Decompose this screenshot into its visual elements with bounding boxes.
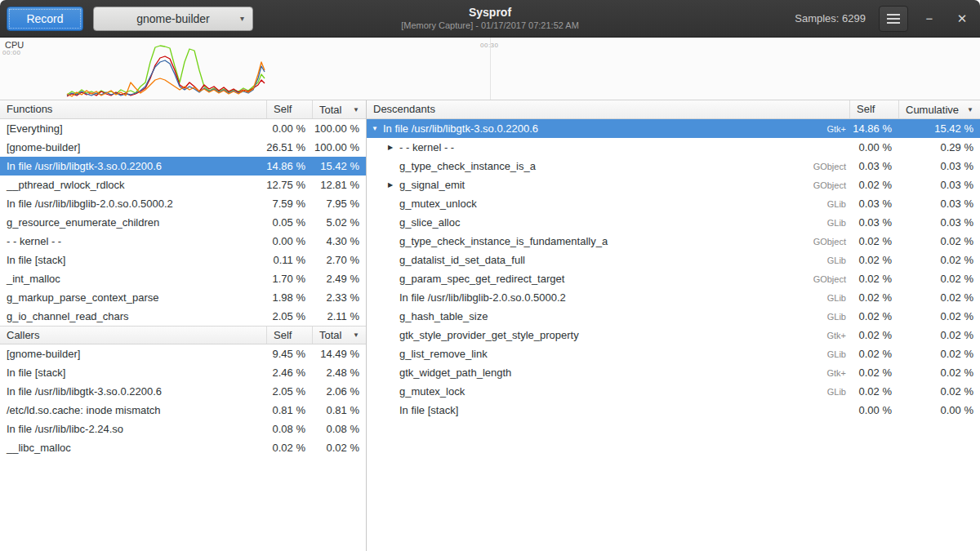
total-value: 0.81 % bbox=[312, 404, 366, 416]
table-row[interactable]: In file [stack]0.11 %2.70 % bbox=[0, 251, 366, 269]
table-row[interactable]: In file /usr/lib/libgtk-3.so.0.2200.614.… bbox=[0, 157, 366, 176]
table-row[interactable]: ▶g_signal_emitGObject0.02 %0.03 % bbox=[367, 176, 980, 194]
table-row[interactable]: ▶- - kernel - -0.00 %0.29 % bbox=[367, 138, 980, 157]
self-value: 0.02 % bbox=[849, 273, 898, 285]
table-row[interactable]: [gnome-builder]9.45 %14.49 % bbox=[0, 344, 366, 363]
table-row[interactable]: [gnome-builder]26.51 %100.00 % bbox=[0, 138, 366, 157]
sort-indicator-icon: ▼ bbox=[353, 101, 359, 118]
table-row[interactable]: g_resource_enumerate_children0.05 %5.02 … bbox=[0, 213, 366, 232]
table-row[interactable]: _int_malloc1.70 %2.49 % bbox=[0, 269, 366, 288]
sysprof-window: Record gnome-builder ▾ Sysprof [Memory C… bbox=[0, 0, 980, 551]
self-value: 0.02 % bbox=[849, 348, 898, 360]
cumulative-value: 15.42 % bbox=[898, 122, 980, 135]
self-value: 2.46 % bbox=[266, 367, 312, 379]
table-row[interactable]: In file /usr/lib/libglib-2.0.so.0.5000.2… bbox=[367, 288, 980, 307]
cumulative-value: 0.03 % bbox=[898, 160, 980, 172]
table-row[interactable]: [Everything]0.00 %100.00 % bbox=[0, 119, 366, 138]
function-name: g_io_channel_read_chars bbox=[0, 310, 266, 322]
column-header-cumulative[interactable]: Cumulative ▼ bbox=[898, 100, 980, 118]
table-row[interactable]: g_list_remove_linkGLib0.02 %0.02 % bbox=[367, 344, 980, 363]
column-header-descendants[interactable]: Descendants bbox=[367, 100, 849, 118]
cumulative-value: 0.02 % bbox=[898, 329, 980, 341]
total-value: 2.11 % bbox=[312, 310, 366, 322]
table-row[interactable]: g_type_check_instance_is_aGObject0.03 %0… bbox=[367, 157, 980, 176]
table-row[interactable]: g_mutex_lockGLib0.02 %0.02 % bbox=[367, 382, 980, 401]
table-row[interactable]: gtk_widget_path_lengthGtk+0.02 %0.02 % bbox=[367, 363, 980, 382]
function-name: In file /usr/lib/libgtk-3.so.0.2200.6 bbox=[383, 122, 538, 135]
main-area: Functions Self Total ▼ [Everything]0.00 … bbox=[0, 100, 980, 551]
library-label: Gtk+ bbox=[792, 331, 849, 340]
left-panel: Functions Self Total ▼ [Everything]0.00 … bbox=[0, 100, 367, 551]
samples-count: Samples: 6299 bbox=[795, 12, 866, 24]
self-value: 0.02 % bbox=[849, 254, 898, 266]
table-row[interactable]: g_io_channel_read_chars2.05 %2.11 % bbox=[0, 307, 366, 326]
chevron-down-icon: ▾ bbox=[240, 14, 244, 23]
timeline-tick-start: 00:00 bbox=[2, 49, 21, 56]
self-value: 26.51 % bbox=[266, 141, 312, 153]
functions-header: Functions Self Total ▼ bbox=[0, 100, 366, 119]
table-row[interactable]: In file /usr/lib/libc-2.24.so0.08 %0.08 … bbox=[0, 420, 366, 438]
self-value: 1.98 % bbox=[266, 291, 312, 304]
function-name: In file /usr/lib/libc-2.24.so bbox=[0, 423, 266, 435]
record-button[interactable]: Record bbox=[7, 7, 83, 31]
hamburger-icon bbox=[887, 14, 900, 24]
menu-button[interactable] bbox=[879, 6, 908, 32]
total-value: 2.70 % bbox=[312, 254, 366, 266]
descendant-name-cell: ▶- - kernel - - bbox=[367, 141, 792, 153]
table-row[interactable]: __libc_malloc0.02 %0.02 % bbox=[0, 438, 366, 457]
table-row[interactable]: g_type_check_instance_is_fundamentally_a… bbox=[367, 232, 980, 251]
library-label: GObject bbox=[792, 162, 849, 171]
total-value: 2.49 % bbox=[312, 273, 366, 285]
function-name: g_datalist_id_set_data_full bbox=[399, 254, 525, 266]
column-header-total[interactable]: Total ▼ bbox=[312, 327, 366, 344]
column-header-total-label: Total bbox=[319, 101, 341, 118]
table-row[interactable]: In file [stack]0.00 %0.00 % bbox=[367, 401, 980, 420]
window-title-box: Sysprof [Memory Capture] - 01/17/2017 07… bbox=[401, 5, 579, 31]
column-header-functions[interactable]: Functions bbox=[0, 100, 266, 118]
self-value: 0.02 % bbox=[266, 442, 312, 454]
function-name: g_mutex_lock bbox=[399, 385, 465, 398]
function-name: g_slice_alloc bbox=[399, 216, 460, 229]
expander-closed-icon[interactable]: ▶ bbox=[388, 144, 399, 151]
column-header-self[interactable]: Self bbox=[266, 327, 312, 344]
table-row[interactable]: g_hash_table_sizeGLib0.02 %0.02 % bbox=[367, 307, 980, 326]
column-header-callers[interactable]: Callers bbox=[0, 327, 266, 344]
close-button[interactable]: ✕ bbox=[951, 7, 973, 30]
total-value: 2.48 % bbox=[312, 367, 366, 379]
self-value: 14.86 % bbox=[849, 122, 898, 135]
table-row[interactable]: g_mutex_unlockGLib0.03 %0.03 % bbox=[367, 194, 980, 213]
table-row[interactable]: /etc/ld.so.cache: inode mismatch0.81 %0.… bbox=[0, 401, 366, 420]
table-row[interactable]: g_markup_parse_context_parse1.98 %2.33 % bbox=[0, 288, 366, 307]
column-header-total[interactable]: Total ▼ bbox=[312, 100, 366, 118]
cumulative-value: 0.03 % bbox=[898, 216, 980, 229]
process-selector[interactable]: gnome-builder ▾ bbox=[93, 7, 253, 31]
table-row[interactable]: g_datalist_id_set_data_fullGLib0.02 %0.0… bbox=[367, 251, 980, 269]
library-label: GLib bbox=[792, 218, 849, 228]
sort-indicator-icon: ▼ bbox=[967, 101, 973, 118]
expander-closed-icon[interactable]: ▶ bbox=[388, 181, 399, 189]
table-row[interactable]: g_param_spec_get_redirect_targetGObject0… bbox=[367, 269, 980, 288]
function-name: g_mutex_unlock bbox=[399, 198, 477, 210]
cpu-graph[interactable]: CPU 00:00 00:30 bbox=[0, 38, 980, 100]
table-row[interactable]: __pthread_rwlock_rdlock12.75 %12.81 % bbox=[0, 176, 366, 194]
self-value: 1.70 % bbox=[266, 273, 312, 285]
cpu-line-red bbox=[67, 56, 265, 96]
cumulative-value: 0.02 % bbox=[898, 348, 980, 360]
minimize-button[interactable]: − bbox=[918, 7, 941, 30]
callers-header: Callers Self Total ▼ bbox=[0, 326, 366, 344]
column-header-self[interactable]: Self bbox=[266, 100, 312, 118]
function-name: g_list_remove_link bbox=[399, 348, 488, 360]
expander-open-icon[interactable]: ▼ bbox=[372, 125, 383, 132]
table-row[interactable]: - - kernel - -0.00 %4.30 % bbox=[0, 232, 366, 251]
table-row[interactable]: gtk_style_provider_get_style_propertyGtk… bbox=[367, 326, 980, 344]
table-row[interactable]: g_slice_allocGLib0.03 %0.03 % bbox=[367, 213, 980, 232]
function-name: In file /usr/lib/libgtk-3.so.0.2200.6 bbox=[0, 385, 266, 398]
self-value: 12.75 % bbox=[266, 179, 312, 191]
table-row[interactable]: In file /usr/lib/libglib-2.0.so.0.5000.2… bbox=[0, 194, 366, 213]
right-panel: Descendants Self Cumulative ▼ ▼In file /… bbox=[367, 100, 980, 551]
table-row[interactable]: In file /usr/lib/libgtk-3.so.0.2200.62.0… bbox=[0, 382, 366, 401]
function-name: In file /usr/lib/libglib-2.0.so.0.5000.2 bbox=[399, 291, 566, 304]
column-header-self[interactable]: Self bbox=[849, 100, 898, 118]
table-row[interactable]: ▼In file /usr/lib/libgtk-3.so.0.2200.6Gt… bbox=[367, 119, 980, 138]
table-row[interactable]: In file [stack]2.46 %2.48 % bbox=[0, 363, 366, 382]
